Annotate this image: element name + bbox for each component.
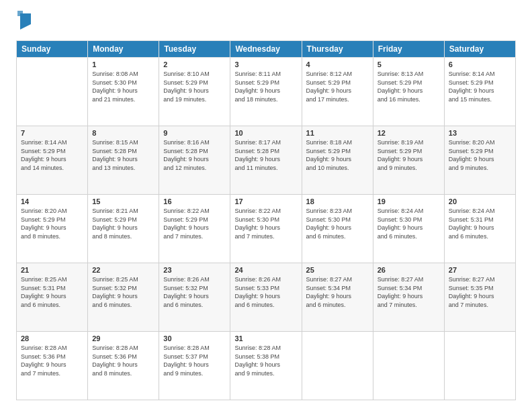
logo-icon bbox=[17, 11, 31, 30]
day-info: Sunrise: 8:15 AM Sunset: 5:28 PM Dayligh… bbox=[92, 138, 154, 172]
calendar-cell bbox=[373, 332, 444, 400]
calendar-cell: 26Sunrise: 8:27 AM Sunset: 5:34 PM Dayli… bbox=[373, 263, 444, 332]
calendar-cell: 31Sunrise: 8:28 AM Sunset: 5:38 PM Dayli… bbox=[230, 332, 302, 400]
day-number: 6 bbox=[449, 60, 511, 68]
day-info: Sunrise: 8:08 AM Sunset: 5:30 PM Dayligh… bbox=[92, 70, 154, 103]
day-number: 18 bbox=[306, 197, 369, 205]
calendar-cell: 1Sunrise: 8:08 AM Sunset: 5:30 PM Daylig… bbox=[88, 58, 159, 126]
day-number: 13 bbox=[449, 129, 511, 137]
day-number: 7 bbox=[21, 129, 83, 137]
day-info: Sunrise: 8:19 AM Sunset: 5:29 PM Dayligh… bbox=[378, 138, 440, 172]
week-row-0: 1Sunrise: 8:08 AM Sunset: 5:30 PM Daylig… bbox=[17, 58, 516, 126]
calendar-cell: 9Sunrise: 8:16 AM Sunset: 5:28 PM Daylig… bbox=[159, 126, 230, 195]
day-header-monday: Monday bbox=[88, 41, 159, 58]
day-info: Sunrise: 8:18 AM Sunset: 5:29 PM Dayligh… bbox=[306, 138, 369, 172]
day-number: 3 bbox=[234, 60, 297, 68]
calendar-cell: 10Sunrise: 8:17 AM Sunset: 5:28 PM Dayli… bbox=[230, 126, 302, 195]
calendar-cell: 30Sunrise: 8:28 AM Sunset: 5:37 PM Dayli… bbox=[159, 332, 230, 400]
calendar-table: SundayMondayTuesdayWednesdayThursdayFrid… bbox=[16, 40, 516, 400]
day-number: 30 bbox=[163, 334, 226, 342]
day-header-sunday: Sunday bbox=[17, 41, 88, 58]
day-number: 22 bbox=[92, 266, 154, 274]
calendar-cell: 29Sunrise: 8:28 AM Sunset: 5:36 PM Dayli… bbox=[88, 332, 159, 400]
day-header-wednesday: Wednesday bbox=[230, 41, 302, 58]
day-number: 27 bbox=[449, 266, 511, 274]
calendar-cell: 27Sunrise: 8:27 AM Sunset: 5:35 PM Dayli… bbox=[444, 263, 515, 332]
calendar-cell: 15Sunrise: 8:21 AM Sunset: 5:29 PM Dayli… bbox=[88, 195, 159, 263]
day-info: Sunrise: 8:28 AM Sunset: 5:36 PM Dayligh… bbox=[21, 344, 83, 377]
day-header-friday: Friday bbox=[373, 41, 444, 58]
calendar-cell: 14Sunrise: 8:20 AM Sunset: 5:29 PM Dayli… bbox=[17, 195, 88, 263]
day-info: Sunrise: 8:16 AM Sunset: 5:28 PM Dayligh… bbox=[163, 138, 226, 172]
day-number: 23 bbox=[163, 266, 226, 274]
calendar-cell: 4Sunrise: 8:12 AM Sunset: 5:29 PM Daylig… bbox=[302, 58, 373, 126]
calendar-cell: 6Sunrise: 8:14 AM Sunset: 5:29 PM Daylig… bbox=[444, 58, 515, 126]
calendar-cell: 16Sunrise: 8:22 AM Sunset: 5:29 PM Dayli… bbox=[159, 195, 230, 263]
day-info: Sunrise: 8:27 AM Sunset: 5:35 PM Dayligh… bbox=[449, 275, 511, 309]
day-number: 19 bbox=[378, 197, 440, 205]
week-row-4: 28Sunrise: 8:28 AM Sunset: 5:36 PM Dayli… bbox=[17, 332, 516, 400]
calendar-cell: 23Sunrise: 8:26 AM Sunset: 5:32 PM Dayli… bbox=[159, 263, 230, 332]
day-info: Sunrise: 8:13 AM Sunset: 5:29 PM Dayligh… bbox=[378, 70, 440, 103]
day-info: Sunrise: 8:25 AM Sunset: 5:32 PM Dayligh… bbox=[92, 275, 154, 309]
day-info: Sunrise: 8:24 AM Sunset: 5:31 PM Dayligh… bbox=[449, 207, 511, 240]
calendar-cell: 2Sunrise: 8:10 AM Sunset: 5:29 PM Daylig… bbox=[159, 58, 230, 126]
day-info: Sunrise: 8:27 AM Sunset: 5:34 PM Dayligh… bbox=[306, 275, 369, 309]
day-info: Sunrise: 8:28 AM Sunset: 5:38 PM Dayligh… bbox=[234, 344, 297, 377]
svg-marker-1 bbox=[17, 11, 23, 16]
day-number: 8 bbox=[92, 129, 154, 137]
day-number: 2 bbox=[163, 60, 226, 68]
calendar-cell: 19Sunrise: 8:24 AM Sunset: 5:30 PM Dayli… bbox=[373, 195, 444, 263]
calendar-cell: 12Sunrise: 8:19 AM Sunset: 5:29 PM Dayli… bbox=[373, 126, 444, 195]
day-number: 24 bbox=[234, 266, 297, 274]
calendar-cell bbox=[17, 58, 88, 126]
day-number: 31 bbox=[234, 334, 297, 342]
calendar-cell bbox=[444, 332, 515, 400]
day-number: 21 bbox=[21, 266, 83, 274]
calendar-cell: 8Sunrise: 8:15 AM Sunset: 5:28 PM Daylig… bbox=[88, 126, 159, 195]
day-info: Sunrise: 8:11 AM Sunset: 5:29 PM Dayligh… bbox=[234, 70, 297, 103]
day-info: Sunrise: 8:22 AM Sunset: 5:30 PM Dayligh… bbox=[234, 207, 297, 240]
day-number: 17 bbox=[234, 197, 297, 205]
day-number: 5 bbox=[378, 60, 440, 68]
day-info: Sunrise: 8:21 AM Sunset: 5:29 PM Dayligh… bbox=[92, 207, 154, 240]
day-number: 10 bbox=[234, 129, 297, 137]
calendar-cell: 20Sunrise: 8:24 AM Sunset: 5:31 PM Dayli… bbox=[444, 195, 515, 263]
calendar-cell: 13Sunrise: 8:20 AM Sunset: 5:29 PM Dayli… bbox=[444, 126, 515, 195]
calendar-cell: 17Sunrise: 8:22 AM Sunset: 5:30 PM Dayli… bbox=[230, 195, 302, 263]
week-row-2: 14Sunrise: 8:20 AM Sunset: 5:29 PM Dayli… bbox=[17, 195, 516, 263]
day-info: Sunrise: 8:22 AM Sunset: 5:29 PM Dayligh… bbox=[163, 207, 226, 240]
day-number: 15 bbox=[92, 197, 154, 205]
week-row-1: 7Sunrise: 8:14 AM Sunset: 5:29 PM Daylig… bbox=[17, 126, 516, 195]
day-info: Sunrise: 8:25 AM Sunset: 5:31 PM Dayligh… bbox=[21, 275, 83, 309]
day-info: Sunrise: 8:12 AM Sunset: 5:29 PM Dayligh… bbox=[306, 70, 369, 103]
day-number: 14 bbox=[21, 197, 83, 205]
logo bbox=[16, 13, 31, 32]
calendar-cell: 3Sunrise: 8:11 AM Sunset: 5:29 PM Daylig… bbox=[230, 58, 302, 126]
day-header-saturday: Saturday bbox=[444, 41, 515, 58]
day-info: Sunrise: 8:24 AM Sunset: 5:30 PM Dayligh… bbox=[378, 207, 440, 240]
header-row: SundayMondayTuesdayWednesdayThursdayFrid… bbox=[17, 41, 516, 58]
day-info: Sunrise: 8:20 AM Sunset: 5:29 PM Dayligh… bbox=[449, 138, 511, 172]
day-info: Sunrise: 8:14 AM Sunset: 5:29 PM Dayligh… bbox=[21, 138, 83, 172]
calendar-cell: 18Sunrise: 8:23 AM Sunset: 5:30 PM Dayli… bbox=[302, 195, 373, 263]
day-number: 16 bbox=[163, 197, 226, 205]
calendar-cell: 5Sunrise: 8:13 AM Sunset: 5:29 PM Daylig… bbox=[373, 58, 444, 126]
day-info: Sunrise: 8:23 AM Sunset: 5:30 PM Dayligh… bbox=[306, 207, 369, 240]
day-info: Sunrise: 8:26 AM Sunset: 5:32 PM Dayligh… bbox=[163, 275, 226, 309]
day-number: 11 bbox=[306, 129, 369, 137]
day-info: Sunrise: 8:14 AM Sunset: 5:29 PM Dayligh… bbox=[449, 70, 511, 103]
calendar-cell: 21Sunrise: 8:25 AM Sunset: 5:31 PM Dayli… bbox=[17, 263, 88, 332]
calendar-cell: 25Sunrise: 8:27 AM Sunset: 5:34 PM Dayli… bbox=[302, 263, 373, 332]
day-info: Sunrise: 8:10 AM Sunset: 5:29 PM Dayligh… bbox=[163, 70, 226, 103]
calendar-cell: 7Sunrise: 8:14 AM Sunset: 5:29 PM Daylig… bbox=[17, 126, 88, 195]
day-number: 28 bbox=[21, 334, 83, 342]
day-info: Sunrise: 8:28 AM Sunset: 5:37 PM Dayligh… bbox=[163, 344, 226, 377]
day-info: Sunrise: 8:20 AM Sunset: 5:29 PM Dayligh… bbox=[21, 207, 83, 240]
calendar-cell: 24Sunrise: 8:26 AM Sunset: 5:33 PM Dayli… bbox=[230, 263, 302, 332]
calendar-cell: 28Sunrise: 8:28 AM Sunset: 5:36 PM Dayli… bbox=[17, 332, 88, 400]
day-number: 29 bbox=[92, 334, 154, 342]
calendar-cell: 11Sunrise: 8:18 AM Sunset: 5:29 PM Dayli… bbox=[302, 126, 373, 195]
day-number: 12 bbox=[378, 129, 440, 137]
day-info: Sunrise: 8:28 AM Sunset: 5:36 PM Dayligh… bbox=[92, 344, 154, 377]
